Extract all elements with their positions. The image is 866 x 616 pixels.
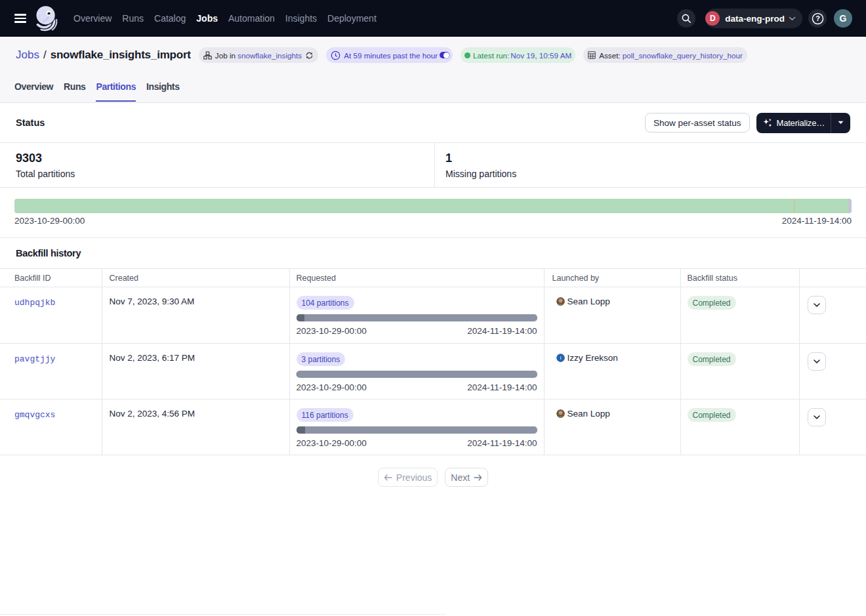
svg-text:?: ? [815,14,820,22]
svg-text:i: i [560,355,561,361]
